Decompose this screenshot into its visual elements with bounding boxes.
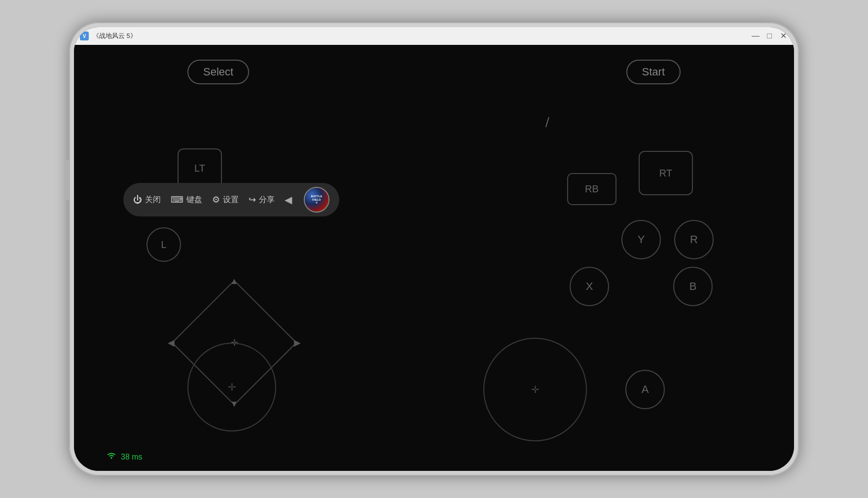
right-joystick[interactable]: ✛ xyxy=(483,338,587,441)
left-joystick-symbol: ✛ xyxy=(228,381,236,393)
left-joystick[interactable]: ✛ xyxy=(187,343,276,431)
window-title: 《战地风云 5》 xyxy=(93,32,751,40)
power-icon: ⏻ xyxy=(133,195,142,205)
l-button[interactable]: L xyxy=(146,227,181,262)
game-area: Select Start LT RT RB L xyxy=(74,45,794,471)
power-button[interactable]: ⏻ 关闭 xyxy=(133,195,161,205)
x-button[interactable]: X xyxy=(570,267,609,306)
game-thumb-text: BATTLEFIELDV xyxy=(311,195,322,205)
close-button[interactable]: ✕ xyxy=(778,32,788,40)
settings-button[interactable]: ⚙ 设置 xyxy=(212,194,239,205)
title-bar: V 《战地风云 5》 — □ ✕ xyxy=(74,27,794,45)
side-volume-button[interactable] xyxy=(65,160,69,200)
start-button[interactable]: Start xyxy=(626,60,681,84)
ping-label: 38 ms xyxy=(121,453,143,462)
dpad-up[interactable]: ▲ xyxy=(230,276,239,286)
maximize-button[interactable]: □ xyxy=(764,32,774,40)
rb-button[interactable]: RB xyxy=(567,173,616,205)
share-label: 分享 xyxy=(259,195,275,205)
app-icon: V xyxy=(80,32,89,40)
keyboard-icon: ⌨ xyxy=(171,194,183,205)
phone-frame: V 《战地风云 5》 — □ ✕ Select Start LT xyxy=(69,22,799,476)
toolbar-popup: ⏻ 关闭 ⌨ 键盘 ⚙ 设置 ↪ 分享 ◀ BATTL xyxy=(123,183,339,216)
power-label: 关闭 xyxy=(145,195,161,205)
window-container: V 《战地风云 5》 — □ ✕ Select Start LT xyxy=(74,27,794,471)
b-button[interactable]: B xyxy=(673,267,713,306)
share-icon: ↪ xyxy=(249,194,256,205)
rt-button[interactable]: RT xyxy=(639,151,693,195)
lt-button[interactable]: LT xyxy=(178,148,222,188)
y-button[interactable]: Y xyxy=(621,220,661,259)
keyboard-button[interactable]: ⌨ 键盘 xyxy=(171,194,202,205)
keyboard-label: 键盘 xyxy=(186,195,202,205)
dpad-left[interactable]: ◀ xyxy=(168,337,175,348)
svg-point-0 xyxy=(111,458,112,459)
share-button[interactable]: ↪ 分享 xyxy=(249,194,275,205)
minimize-button[interactable]: — xyxy=(751,32,760,40)
back-arrow-icon[interactable]: ◀ xyxy=(285,194,292,206)
wifi-icon xyxy=(106,452,117,462)
window-controls: — □ ✕ xyxy=(751,32,788,40)
a-button[interactable]: A xyxy=(625,370,665,409)
right-joystick-symbol: ✛ xyxy=(531,384,540,395)
status-bar: 38 ms xyxy=(106,452,143,462)
settings-icon: ⚙ xyxy=(212,194,220,205)
select-button[interactable]: Select xyxy=(187,60,249,84)
game-thumb-inner: BATTLEFIELDV xyxy=(305,188,328,212)
dpad-right[interactable]: ▶ xyxy=(294,337,301,348)
settings-label: 设置 xyxy=(223,195,239,205)
game-thumbnail[interactable]: BATTLEFIELDV xyxy=(304,187,329,213)
r-button[interactable]: R xyxy=(674,220,714,259)
cursor-icon: ╱ xyxy=(544,117,550,127)
